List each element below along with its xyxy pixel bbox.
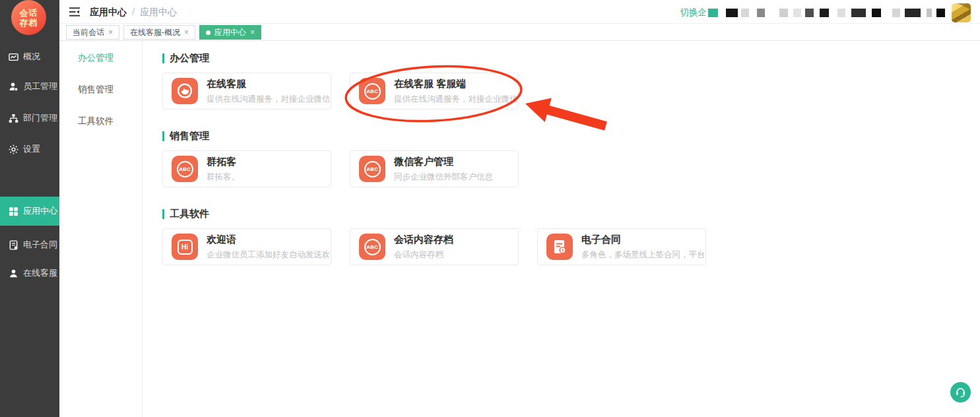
redacted-block xyxy=(837,9,845,17)
app-tile xyxy=(172,78,198,104)
sidebar-item-label: 设置 xyxy=(23,143,40,155)
card-row: Hi欢迎语企业微信员工添加好友自动发送欢...ABC会话内容存档会话内容存档电子… xyxy=(162,228,980,265)
app-meta: 会话内容存档会话内容存档 xyxy=(394,234,453,261)
redacted-block xyxy=(741,9,749,17)
tab-close-icon[interactable]: × xyxy=(250,28,255,36)
gear-icon xyxy=(9,144,18,154)
section-title-text: 工具软件 xyxy=(170,208,209,220)
sidebar-item-overview[interactable]: 概况 xyxy=(0,42,59,71)
breadcrumb-parent[interactable]: 应用中心 xyxy=(90,7,127,18)
app-description: 提供在线沟通服务，对接企业微信... xyxy=(394,94,517,105)
app-meta: 欢迎语企业微信员工添加好友自动发送欢... xyxy=(207,234,329,261)
tab-label: 在线客服-概况 xyxy=(130,27,180,38)
app-description: 多角色，多场景线上签合同，平台... xyxy=(581,249,704,261)
brand-logo-line2: 存档 xyxy=(20,18,38,28)
app-name: 在线客服 xyxy=(207,78,329,90)
contract-doc-icon xyxy=(9,240,18,250)
redacted-text-blocks xyxy=(707,9,945,17)
main-sidebar: 会话 存档 概况员工管理部门管理设置应用中心电子合同在线客服 xyxy=(0,0,59,417)
abc-circle-icon: ABC xyxy=(177,161,193,177)
category-item-2[interactable]: 销售管理 xyxy=(59,74,142,106)
app-meta: 群拓客群拓客。 xyxy=(207,156,240,183)
category-nav: 办公管理销售管理工具软件 xyxy=(59,41,143,417)
app-card-2-1[interactable]: ABC群拓客群拓客。 xyxy=(162,150,331,187)
app-grid-icon xyxy=(9,207,18,216)
category-label: 销售管理 xyxy=(78,84,114,94)
app-name: 群拓客 xyxy=(207,156,240,168)
app-description: 同步企业微信外部客户信息 xyxy=(394,172,493,183)
redacted-block xyxy=(851,9,866,17)
app-meta: 在线客服 客服端提供在线沟通服务，对接企业微信... xyxy=(394,78,517,105)
app-name: 电子合同 xyxy=(581,234,704,246)
section-title: 销售管理 xyxy=(162,129,980,143)
menu-collapse-icon[interactable] xyxy=(69,7,81,17)
avatar[interactable] xyxy=(952,3,971,22)
redacted-block xyxy=(892,9,900,17)
abc-circle-icon: ABC xyxy=(364,161,381,177)
switch-company-link[interactable]: 切换企 xyxy=(680,7,707,18)
app-description: 会话内容存档 xyxy=(394,249,453,261)
category-label: 工具软件 xyxy=(78,116,114,126)
sidebar-item-app-center[interactable]: 应用中心 xyxy=(0,197,59,226)
customer-service-fab[interactable] xyxy=(950,382,971,402)
headset-person-icon xyxy=(176,82,194,100)
app-tile: Hi xyxy=(172,234,198,260)
redacted-block xyxy=(726,9,738,17)
section-title: 工具软件 xyxy=(162,207,980,220)
sidebar-item-label: 电子合同 xyxy=(23,239,57,251)
section-title-text: 办公管理 xyxy=(170,52,209,65)
app-card-2-2[interactable]: ABC微信客户管理同步企业微信外部客户信息 xyxy=(350,150,519,187)
tab-close-icon[interactable]: × xyxy=(184,28,189,36)
section-3: 工具软件Hi欢迎语企业微信员工添加好友自动发送欢...ABC会话内容存档会话内容… xyxy=(162,207,980,265)
redacted-block xyxy=(936,9,945,17)
app-tile: ABC xyxy=(359,234,385,260)
app-card-1-2[interactable]: ABC在线客服 客服端提供在线沟通服务，对接企业微信... xyxy=(350,73,519,110)
sidebar-item-employee-mgmt[interactable]: 员工管理 xyxy=(0,72,59,101)
redacted-block xyxy=(905,9,921,17)
headset-icon xyxy=(954,386,967,399)
app-card-3-1[interactable]: Hi欢迎语企业微信员工添加好友自动发送欢... xyxy=(162,228,331,265)
app-description: 提供在线沟通服务，对接企业微信... xyxy=(207,94,329,105)
sidebar-item-label: 在线客服 xyxy=(23,267,57,279)
sidebar-item-settings[interactable]: 设置 xyxy=(0,135,59,164)
card-row: ABC群拓客群拓客。ABC微信客户管理同步企业微信外部客户信息 xyxy=(162,150,980,187)
redacted-block xyxy=(779,9,788,17)
org-tree-icon xyxy=(9,113,18,123)
app-card-3-3[interactable]: 电子合同多角色，多场景线上签合同，平台... xyxy=(537,228,706,265)
sidebar-item-label: 部门管理 xyxy=(23,112,57,124)
sidebar-item-label: 员工管理 xyxy=(23,80,57,92)
section-title-text: 销售管理 xyxy=(170,130,209,143)
redacted-block xyxy=(820,9,829,17)
tab-3[interactable]: 应用中心× xyxy=(199,25,261,40)
redacted-block xyxy=(805,9,814,17)
sidebar-item-department-mgmt[interactable]: 部门管理 xyxy=(0,104,59,133)
sidebar-item-label: 应用中心 xyxy=(23,205,57,217)
category-item-3[interactable]: 工具软件 xyxy=(59,106,142,137)
section-2: 销售管理ABC群拓客群拓客。ABC微信客户管理同步企业微信外部客户信息 xyxy=(162,129,980,187)
sidebar-item-online-service[interactable]: 在线客服 xyxy=(0,259,59,288)
tab-bar: 当前会话×在线客服-概况×应用中心× xyxy=(59,24,980,41)
app-meta: 电子合同多角色，多场景线上签合同，平台... xyxy=(581,234,704,261)
tab-close-icon[interactable]: × xyxy=(108,28,113,36)
tab-1[interactable]: 当前会话× xyxy=(66,25,119,40)
sidebar-item-e-contract[interactable]: 电子合同 xyxy=(0,230,59,259)
app-card-3-2[interactable]: ABC会话内容存档会话内容存档 xyxy=(350,228,519,265)
app-meta: 在线客服提供在线沟通服务，对接企业微信... xyxy=(207,78,329,105)
category-item-1[interactable]: 办公管理 xyxy=(59,42,142,74)
header-right-area: 切换企 xyxy=(680,3,971,22)
section-1: 办公管理在线客服提供在线沟通服务，对接企业微信...ABC在线客服 客服端提供在… xyxy=(162,51,980,110)
redacted-block xyxy=(927,9,932,17)
app-tile: ABC xyxy=(172,156,198,182)
abc-circle-icon: ABC xyxy=(364,83,381,100)
app-name: 在线客服 客服端 xyxy=(394,78,517,90)
tab-2[interactable]: 在线客服-概况× xyxy=(123,25,195,40)
app-meta: 微信客户管理同步企业微信外部客户信息 xyxy=(394,156,493,183)
brand-logo: 会话 存档 xyxy=(11,0,46,35)
redacted-block xyxy=(757,9,765,17)
app-card-1-1[interactable]: 在线客服提供在线沟通服务，对接企业微信... xyxy=(162,73,331,110)
contract-clock-icon xyxy=(551,238,568,255)
tab-label: 当前会话 xyxy=(73,27,104,38)
card-row: 在线客服提供在线沟通服务，对接企业微信...ABC在线客服 客服端提供在线沟通服… xyxy=(162,73,980,110)
breadcrumb-separator: / xyxy=(132,7,135,18)
redacted-block xyxy=(708,9,718,17)
